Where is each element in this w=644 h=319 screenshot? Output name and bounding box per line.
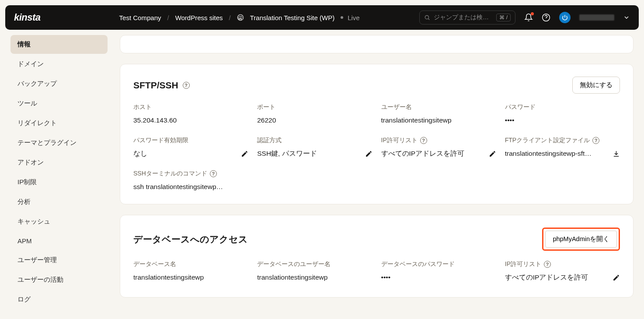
help-icon[interactable]: ? [420, 137, 427, 144]
content: SFTP/SSH ? 無効にする ホスト 35.204.143.60 ポート 2… [113, 35, 644, 319]
sidebar-item-logs[interactable]: ログ [10, 290, 108, 309]
disable-sftp-button[interactable]: 無効にする [572, 77, 620, 94]
ipallow-label: IP許可リスト ? [381, 137, 496, 144]
card-top-placeholder [120, 35, 634, 53]
sidebar-item-cache[interactable]: キャッシュ [10, 212, 108, 231]
db-card: データベースへのアクセス phpMyAdminを開く データベース名 trans… [120, 215, 634, 298]
logo[interactable]: kinsta [14, 12, 41, 23]
pencil-icon [365, 150, 372, 158]
search-input[interactable]: ジャンプまたは検… ⌘ / [419, 11, 515, 25]
pencil-icon [613, 274, 620, 281]
sidebar-item-addons[interactable]: アドオン [10, 153, 108, 172]
breadcrumb-env[interactable]: Live [348, 14, 360, 21]
db-title: データベースへのアクセス [133, 233, 248, 245]
sidebar-item-themes-plugins[interactable]: テーマとプラグイン [10, 133, 108, 152]
account-menu-button[interactable] [623, 14, 630, 21]
sidebar-item-user-activity[interactable]: ユーザーの活動 [10, 270, 108, 289]
sidebar-item-info[interactable]: 情報 [10, 35, 108, 54]
search-placeholder: ジャンプまたは検… [434, 14, 493, 21]
sidebar-item-apm[interactable]: APM [10, 232, 108, 250]
help-icon[interactable]: ? [183, 82, 190, 89]
db-user-value: translationtestingsitewp [257, 273, 372, 282]
ftpfile-label: FTPクライアント設定ファイル ? [505, 137, 620, 144]
port-label: ポート [257, 103, 372, 111]
sidebar-item-backups[interactable]: バックアップ [10, 74, 108, 93]
db-user-label: データベースのユーザー名 [257, 260, 372, 268]
help-icon [542, 13, 550, 22]
phpmyadmin-highlight: phpMyAdminを開く [542, 228, 620, 251]
db-name-label: データベース名 [133, 260, 248, 268]
expiry-label: パスワード有効期限 [133, 137, 248, 144]
breadcrumb-company[interactable]: Test Company [119, 14, 161, 21]
sidebar-item-domains[interactable]: ドメイン [10, 55, 108, 74]
avatar[interactable] [559, 12, 571, 23]
chevron-down-icon [623, 14, 630, 21]
open-phpmyadmin-button[interactable]: phpMyAdminを開く [545, 231, 617, 248]
db-ipallow-label: IP許可リスト ? [505, 260, 620, 268]
svg-point-1 [425, 15, 428, 19]
sshcmd-label: SSHターミナルのコマンド ? [133, 170, 620, 178]
sidebar-item-redirects[interactable]: リダイレクト [10, 114, 108, 133]
user-label: ユーザー名 [381, 103, 496, 111]
breadcrumb-sep: / [167, 14, 169, 21]
ipallow-value: すべてのIPアドレスを許可 [381, 149, 465, 158]
notification-dot [531, 12, 534, 15]
breadcrumb-sep: / [229, 14, 231, 21]
search-icon [424, 14, 430, 21]
pencil-icon [241, 150, 248, 158]
wordpress-icon [237, 14, 244, 21]
sshcmd-value: ssh translationtestingsitewp… [133, 183, 223, 191]
breadcrumb-site[interactable]: Translation Testing Site (WP) [250, 14, 334, 21]
db-pass-value: •••• [381, 273, 496, 282]
topbar: kinsta Test Company / WordPress sites / … [5, 5, 639, 30]
download-icon [613, 150, 620, 158]
sidebar-item-user-mgmt[interactable]: ユーザー管理 [10, 251, 108, 270]
pencil-icon [489, 150, 496, 158]
help-icon[interactable]: ? [210, 170, 217, 177]
host-value: 35.204.143.60 [133, 116, 248, 125]
db-name-value: translationtestingsitewp [133, 273, 248, 282]
help-icon[interactable]: ? [592, 137, 599, 144]
port-value: 26220 [257, 116, 372, 125]
help-button[interactable] [542, 13, 550, 22]
user-value: translationtestingsitewp [381, 116, 496, 125]
pass-label: パスワード [505, 103, 620, 111]
download-ftpfile-button[interactable] [613, 150, 620, 158]
username[interactable] [579, 14, 614, 21]
host-label: ホスト [133, 103, 248, 111]
help-icon[interactable]: ? [544, 261, 551, 268]
ftpfile-value: translationtestingsitewp-sftp-… [505, 150, 592, 158]
edit-ipallow-button[interactable] [489, 150, 496, 158]
env-status-dot [341, 16, 343, 19]
pass-value: •••• [505, 116, 620, 125]
db-ipallow-value: すべてのIPアドレスを許可 [505, 273, 588, 282]
search-shortcut: ⌘ / [496, 14, 511, 21]
sidebar-item-ip-deny[interactable]: IP制限 [10, 173, 108, 192]
sidebar: 情報 ドメイン バックアップ ツール リダイレクト テーマとプラグイン アドオン… [0, 35, 113, 319]
auth-label: 認証方式 [257, 137, 372, 144]
breadcrumb-section[interactable]: WordPress sites [175, 14, 223, 21]
breadcrumb: Test Company / WordPress sites / Transla… [119, 14, 360, 21]
expiry-value: なし [133, 149, 147, 158]
sidebar-item-tools[interactable]: ツール [10, 94, 108, 113]
edit-auth-button[interactable] [365, 150, 372, 158]
db-pass-label: データベースのパスワード [381, 260, 496, 268]
edit-expiry-button[interactable] [241, 150, 248, 158]
sftp-title-text: SFTP/SSH [133, 80, 178, 91]
auth-value: SSH鍵, パスワード [257, 149, 317, 158]
sftp-title: SFTP/SSH ? [133, 80, 190, 91]
notifications-button[interactable] [524, 13, 533, 22]
sidebar-item-analytics[interactable]: 分析 [10, 193, 108, 211]
edit-db-ipallow-button[interactable] [613, 274, 620, 281]
sftp-card: SFTP/SSH ? 無効にする ホスト 35.204.143.60 ポート 2… [120, 64, 634, 204]
power-icon [562, 14, 568, 21]
